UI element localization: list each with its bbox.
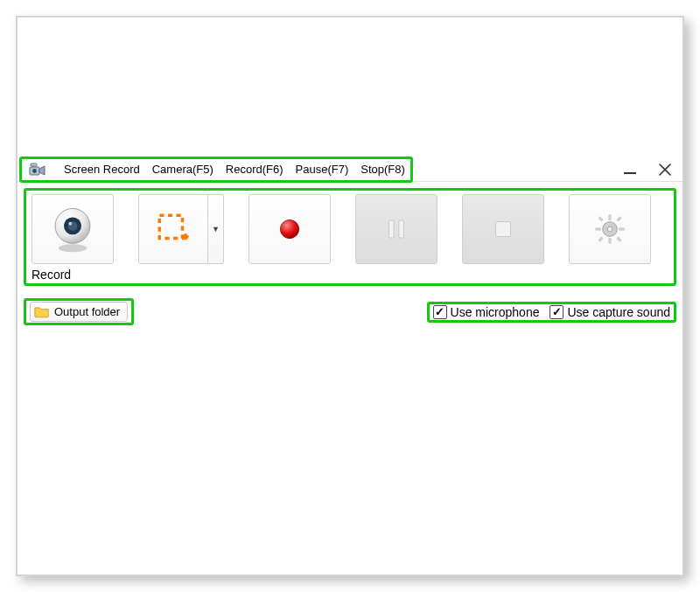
svg-rect-19 — [598, 216, 603, 221]
close-icon — [659, 164, 671, 176]
svg-point-1 — [32, 169, 37, 173]
svg-rect-21 — [598, 236, 603, 241]
use-capture-sound-label: Use capture sound — [567, 305, 670, 319]
svg-rect-8 — [159, 215, 182, 238]
svg-rect-11 — [399, 220, 404, 238]
svg-rect-17 — [595, 227, 601, 230]
pause-button[interactable] — [355, 194, 438, 264]
menu-item-pause[interactable]: Pause(F7) — [296, 163, 349, 176]
camera-button-label: Record — [32, 268, 114, 282]
stop-button[interactable] — [462, 194, 544, 264]
svg-rect-10 — [389, 220, 395, 238]
titlebar: Screen Record Camera(F5) Record(F6) Paus… — [18, 157, 682, 182]
app-frame: Screen Record Camera(F5) Record(F6) Paus… — [16, 16, 684, 576]
output-folder-highlight: Output folder — [24, 298, 134, 325]
use-microphone-label: Use microphone — [451, 305, 540, 319]
stop-icon — [488, 214, 518, 244]
svg-point-3 — [59, 244, 88, 252]
settings-button[interactable] — [569, 194, 651, 264]
svg-rect-2 — [31, 164, 37, 166]
pause-icon — [382, 214, 411, 244]
menu-item-stop[interactable]: Stop(F8) — [360, 163, 405, 176]
webcam-icon — [47, 204, 98, 254]
svg-point-9 — [280, 219, 298, 238]
menu-item-record[interactable]: Record(F6) — [226, 163, 284, 176]
svg-point-14 — [607, 226, 612, 232]
svg-rect-22 — [616, 236, 621, 241]
use-capture-sound-checkbox[interactable]: ✓ Use capture sound — [550, 305, 670, 319]
minimize-icon — [624, 172, 636, 174]
record-icon — [275, 214, 304, 244]
menu-highlight: Screen Record Camera(F5) Record(F6) Paus… — [19, 157, 413, 183]
select-region-button[interactable] — [138, 194, 208, 264]
svg-rect-12 — [496, 222, 511, 237]
output-folder-label: Output folder — [54, 305, 120, 318]
record-button[interactable] — [248, 194, 331, 264]
audio-options-highlight: ✓ Use microphone ✓ Use capture sound — [427, 302, 676, 323]
selection-icon — [155, 211, 192, 247]
bottom-row: Output folder ✓ Use microphone ✓ Use cap… — [24, 298, 676, 325]
svg-rect-16 — [608, 238, 611, 244]
tool-group-camera: Record — [32, 194, 114, 282]
menu-item-camera[interactable]: Camera(F5) — [152, 163, 214, 176]
camera-button[interactable] — [32, 194, 114, 264]
menu-title[interactable]: Screen Record — [64, 163, 140, 176]
svg-point-7 — [68, 222, 72, 226]
camcorder-icon — [29, 161, 46, 178]
minimize-button[interactable] — [612, 157, 648, 182]
svg-rect-15 — [608, 214, 611, 220]
folder-icon — [34, 305, 50, 318]
use-microphone-checkbox[interactable]: ✓ Use microphone — [433, 305, 540, 319]
window: Screen Record Camera(F5) Record(F6) Paus… — [18, 157, 682, 325]
menu-strip: Screen Record Camera(F5) Record(F6) Paus… — [22, 159, 410, 180]
checkbox-icon: ✓ — [433, 305, 447, 319]
output-folder-button[interactable]: Output folder — [30, 302, 128, 322]
gear-icon — [592, 212, 627, 247]
svg-rect-20 — [616, 216, 621, 221]
close-button[interactable] — [648, 157, 682, 182]
svg-rect-18 — [619, 227, 625, 230]
tool-group-region: ▼ — [138, 194, 224, 264]
chevron-down-icon: ▼ — [212, 225, 220, 233]
select-region-dropdown[interactable]: ▼ — [208, 194, 224, 264]
checkbox-icon: ✓ — [550, 305, 564, 319]
toolbar: Record ▼ — [32, 194, 668, 282]
toolbar-highlight: Record ▼ — [24, 188, 676, 286]
